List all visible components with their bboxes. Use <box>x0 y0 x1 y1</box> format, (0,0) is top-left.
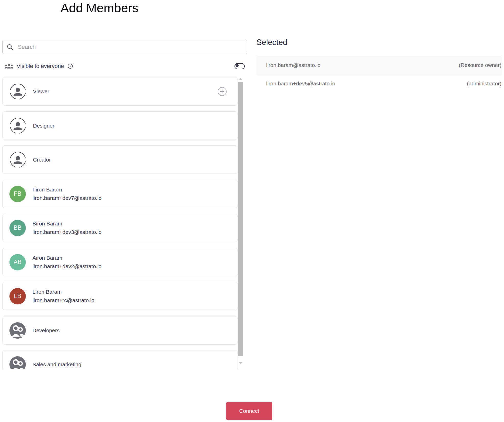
avatar: BB <box>9 220 26 236</box>
toggle-knob <box>236 64 239 67</box>
groups-icon <box>5 63 13 69</box>
role-avatar-icon <box>9 151 26 168</box>
list-item-user[interactable]: AB Airon Baram liron.baram+dev2@astrato.… <box>2 248 238 276</box>
avatar-initials: AB <box>14 259 22 266</box>
selected-row: liron.baram+dev5@astrato.io (administrat… <box>256 74 502 93</box>
list-item-group[interactable]: Sales and marketing <box>2 350 238 369</box>
list-item-group[interactable]: Developers <box>2 316 238 345</box>
selected-role: (administrator) <box>467 81 501 87</box>
info-icon[interactable] <box>67 63 73 69</box>
role-label: Designer <box>33 123 54 129</box>
selected-heading: Selected <box>256 38 287 47</box>
user-email: liron.baram+rc@astrato.io <box>32 297 95 303</box>
avatar-initials: BB <box>14 224 22 231</box>
search-input[interactable] <box>17 43 243 51</box>
list-item-user[interactable]: FB Firon Baram liron.baram+dev7@astrato.… <box>2 180 238 208</box>
selected-row: liron.baram@astrato.io (Resource owner) <box>256 56 502 74</box>
selected-email: liron.baram@astrato.io <box>266 62 321 68</box>
search-icon <box>7 44 13 50</box>
list-item-role-viewer[interactable]: Viewer <box>2 77 238 106</box>
group-label: Sales and marketing <box>32 361 81 368</box>
list-scrollbar <box>238 77 243 369</box>
plus-icon <box>217 87 227 96</box>
selected-list: liron.baram@astrato.io (Resource owner) … <box>256 56 502 93</box>
group-avatar-icon <box>9 356 26 370</box>
avatar: LB <box>9 288 26 304</box>
role-avatar-icon <box>9 83 26 100</box>
group-label: Developers <box>32 327 60 334</box>
role-label: Creator <box>33 157 51 163</box>
list-item-role-creator[interactable]: Creator <box>2 145 238 174</box>
avatar: FB <box>9 186 26 202</box>
list-item-role-designer[interactable]: Designer <box>2 111 238 140</box>
scrollbar-down-arrow-icon[interactable] <box>239 362 242 364</box>
connect-button[interactable]: Connect <box>226 402 272 420</box>
search-box <box>2 40 247 54</box>
add-members-dialog: Add Members Visible to everyone <box>0 0 504 422</box>
page-title: Add Members <box>61 0 138 16</box>
list-item-user[interactable]: LB Liron Baram liron.baram+rc@astrato.io <box>2 282 238 310</box>
add-role-button[interactable] <box>217 87 227 96</box>
scrollbar-up-arrow-icon[interactable] <box>239 78 242 80</box>
user-name: Biron Baram <box>32 221 102 227</box>
avatar: AB <box>9 254 26 270</box>
user-email: liron.baram+dev3@astrato.io <box>32 229 102 235</box>
user-email: liron.baram+dev7@astrato.io <box>32 195 102 201</box>
role-label: Viewer <box>33 88 49 95</box>
user-name: Firon Baram <box>32 187 102 193</box>
role-avatar-icon <box>9 117 26 134</box>
visibility-label: Visible to everyone <box>17 63 64 70</box>
selected-email: liron.baram+dev5@astrato.io <box>266 81 335 87</box>
list-item-user[interactable]: BB Biron Baram liron.baram+dev3@astrato.… <box>2 214 238 242</box>
visibility-row: Visible to everyone <box>2 61 245 71</box>
members-list: Viewer Designer <box>2 77 247 369</box>
avatar-initials: LB <box>14 293 21 300</box>
user-name: Liron Baram <box>32 289 95 295</box>
selected-role: (Resource owner) <box>459 62 501 68</box>
visibility-toggle[interactable] <box>235 63 245 69</box>
scrollbar-thumb[interactable] <box>238 82 243 356</box>
group-avatar-icon <box>9 322 26 339</box>
user-email: liron.baram+dev2@astrato.io <box>32 263 102 269</box>
user-name: Airon Baram <box>32 255 102 261</box>
avatar-initials: FB <box>14 190 21 197</box>
